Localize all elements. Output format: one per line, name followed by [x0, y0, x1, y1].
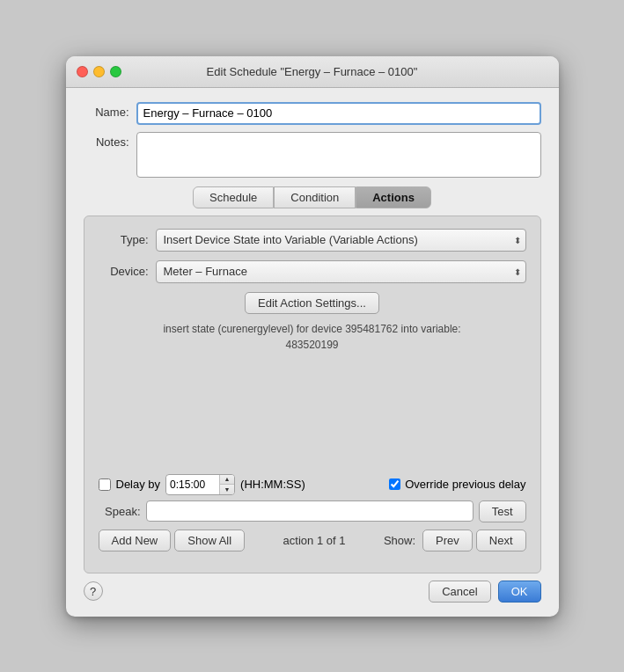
footer-row: ? Cancel OK [84, 573, 541, 606]
speak-input[interactable] [146, 500, 474, 522]
edit-action-settings-button[interactable]: Edit Action Settings... [245, 292, 379, 314]
notes-row: Notes: [84, 132, 541, 178]
delay-label: Delay by [116, 478, 161, 491]
device-select[interactable]: Meter – Furnace [156, 260, 526, 283]
next-button[interactable]: Next [476, 530, 526, 551]
speak-row: Speak: Test [99, 500, 526, 522]
ok-button[interactable]: OK [498, 581, 541, 603]
device-row: Device: Meter – Furnace ⬍ [99, 260, 526, 283]
notes-label: Notes: [84, 132, 136, 149]
notes-input[interactable] [136, 132, 541, 178]
test-button[interactable]: Test [479, 500, 526, 522]
device-select-wrap: Meter – Furnace ⬍ [156, 260, 526, 283]
speak-label: Speak: [99, 505, 141, 518]
main-content: Name: Notes: Schedule Condition Actions … [66, 88, 559, 617]
tab-condition[interactable]: Condition [274, 186, 356, 208]
window-title: Edit Schedule "Energy – Furnace – 0100" [207, 65, 418, 78]
delay-stepper: ▲ ▼ [219, 475, 234, 494]
type-select-wrap: Insert Device State into Variable (Varia… [156, 229, 526, 252]
delay-format: (HH:MM:SS) [240, 478, 305, 491]
name-input[interactable] [136, 102, 541, 125]
delay-time-wrap: ▲ ▼ [165, 474, 235, 495]
add-show-buttons: Add New Show All [99, 530, 246, 551]
override-row: Override previous delay [389, 478, 525, 491]
type-select[interactable]: Insert Device State into Variable (Varia… [156, 229, 526, 252]
edit-action-btn-row: Edit Action Settings... [99, 292, 526, 314]
tab-actions[interactable]: Actions [356, 186, 431, 208]
type-row: Type: Insert Device State into Variable … [99, 229, 526, 252]
add-new-button[interactable]: Add New [99, 530, 172, 551]
name-row: Name: [84, 102, 541, 125]
action-description-text: insert state (curenergylevel) for device… [163, 323, 460, 351]
minimize-button[interactable] [93, 66, 105, 77]
spacer [99, 362, 526, 467]
actions-panel: Type: Insert Device State into Variable … [84, 215, 541, 573]
override-checkbox[interactable] [389, 478, 400, 490]
action-count: action 1 of 1 [283, 534, 346, 547]
help-button[interactable]: ? [84, 581, 103, 601]
prev-button[interactable]: Prev [422, 530, 473, 551]
delay-checkbox[interactable] [99, 478, 111, 491]
maximize-button[interactable] [110, 66, 121, 77]
device-label: Device: [99, 265, 156, 278]
close-button[interactable] [77, 66, 88, 77]
action-description: insert state (curenergylevel) for device… [99, 321, 526, 353]
cancel-button[interactable]: Cancel [429, 581, 490, 603]
type-label: Type: [99, 233, 156, 246]
override-label: Override previous delay [405, 478, 525, 491]
traffic-lights [77, 66, 121, 77]
show-label: Show: [384, 534, 415, 547]
delay-stepper-down[interactable]: ▼ [220, 485, 234, 494]
footer-right: Cancel OK [429, 581, 540, 603]
delay-row: Delay by ▲ ▼ (HH:MM:SS) Override previou… [99, 474, 526, 495]
main-window: Edit Schedule "Energy – Furnace – 0100" … [66, 56, 559, 617]
tab-schedule[interactable]: Schedule [193, 186, 274, 208]
show-all-button[interactable]: Show All [174, 530, 245, 551]
delay-stepper-up[interactable]: ▲ [220, 475, 234, 485]
bottom-controls: Delay by ▲ ▼ (HH:MM:SS) Override previou… [99, 467, 526, 564]
tabs-row: Schedule Condition Actions [84, 186, 541, 208]
name-label: Name: [84, 102, 136, 119]
actions-nav-row: Add New Show All action 1 of 1 Show: Pre… [99, 530, 526, 551]
delay-time-input[interactable] [166, 477, 219, 493]
show-nav: Show: Prev Next [384, 530, 526, 551]
titlebar: Edit Schedule "Energy – Furnace – 0100" [66, 56, 559, 88]
